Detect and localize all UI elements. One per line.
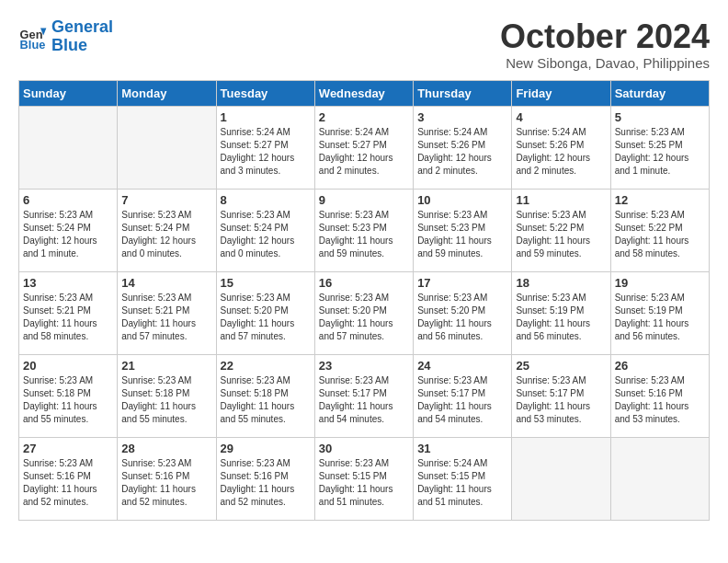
- day-number: 15: [221, 276, 311, 290]
- day-number: 20: [23, 359, 113, 373]
- month-title: October 2024: [500, 18, 710, 55]
- calendar-cell: 23 Sunrise: 5:23 AM Sunset: 5:17 PM Dayl…: [314, 354, 413, 437]
- day-number: 16: [319, 276, 409, 290]
- day-info: Sunrise: 5:24 AM Sunset: 5:26 PM Dayligh…: [516, 126, 606, 178]
- day-info: Sunrise: 5:24 AM Sunset: 5:27 PM Dayligh…: [319, 126, 409, 178]
- week-row-2: 6 Sunrise: 5:23 AM Sunset: 5:24 PM Dayli…: [19, 189, 710, 271]
- day-number: 29: [221, 442, 311, 455]
- day-info: Sunrise: 5:23 AM Sunset: 5:20 PM Dayligh…: [417, 292, 507, 343]
- day-info: Sunrise: 5:23 AM Sunset: 5:23 PM Dayligh…: [319, 209, 409, 260]
- calendar-table: SundayMondayTuesdayWednesdayThursdayFrid…: [18, 80, 710, 521]
- calendar-cell: 2 Sunrise: 5:24 AM Sunset: 5:27 PM Dayli…: [314, 106, 413, 189]
- day-info: Sunrise: 5:23 AM Sunset: 5:18 PM Dayligh…: [121, 374, 211, 426]
- calendar-cell: 10 Sunrise: 5:23 AM Sunset: 5:23 PM Dayl…: [414, 189, 512, 271]
- calendar-cell: 30 Sunrise: 5:23 AM Sunset: 5:15 PM Dayl…: [314, 437, 413, 520]
- calendar-cell: 9 Sunrise: 5:23 AM Sunset: 5:23 PM Dayli…: [314, 189, 413, 271]
- weekday-header-thursday: Thursday: [414, 80, 512, 106]
- calendar-cell: [610, 437, 709, 520]
- week-row-5: 27 Sunrise: 5:23 AM Sunset: 5:16 PM Dayl…: [19, 437, 710, 520]
- day-info: Sunrise: 5:23 AM Sunset: 5:16 PM Dayligh…: [221, 457, 311, 509]
- calendar-cell: 21 Sunrise: 5:23 AM Sunset: 5:18 PM Dayl…: [118, 354, 216, 437]
- weekday-header-monday: Monday: [118, 80, 216, 106]
- logo-text: GeneralBlue: [51, 18, 113, 55]
- calendar-cell: 31 Sunrise: 5:24 AM Sunset: 5:15 PM Dayl…: [414, 437, 512, 520]
- weekday-header-sunday: Sunday: [19, 80, 118, 106]
- day-info: Sunrise: 5:23 AM Sunset: 5:16 PM Dayligh…: [615, 374, 705, 426]
- calendar-cell: 11 Sunrise: 5:23 AM Sunset: 5:22 PM Dayl…: [512, 189, 610, 271]
- calendar-cell: 12 Sunrise: 5:23 AM Sunset: 5:22 PM Dayl…: [610, 189, 709, 271]
- day-info: Sunrise: 5:23 AM Sunset: 5:16 PM Dayligh…: [23, 457, 113, 509]
- calendar-cell: 6 Sunrise: 5:23 AM Sunset: 5:24 PM Dayli…: [19, 189, 118, 271]
- calendar-cell: 1 Sunrise: 5:24 AM Sunset: 5:27 PM Dayli…: [216, 106, 314, 189]
- day-number: 24: [417, 359, 507, 373]
- calendar-cell: [512, 437, 610, 520]
- week-row-3: 13 Sunrise: 5:23 AM Sunset: 5:21 PM Dayl…: [19, 271, 710, 354]
- calendar-cell: 17 Sunrise: 5:23 AM Sunset: 5:20 PM Dayl…: [414, 271, 512, 354]
- day-info: Sunrise: 5:23 AM Sunset: 5:17 PM Dayligh…: [417, 374, 507, 426]
- day-info: Sunrise: 5:23 AM Sunset: 5:22 PM Dayligh…: [516, 209, 606, 260]
- day-number: 17: [417, 276, 507, 290]
- day-number: 31: [417, 442, 507, 455]
- calendar-cell: 15 Sunrise: 5:23 AM Sunset: 5:20 PM Dayl…: [216, 271, 314, 354]
- calendar-cell: 7 Sunrise: 5:23 AM Sunset: 5:24 PM Dayli…: [118, 189, 216, 271]
- calendar-cell: 5 Sunrise: 5:23 AM Sunset: 5:25 PM Dayli…: [610, 106, 709, 189]
- calendar-cell: 13 Sunrise: 5:23 AM Sunset: 5:21 PM Dayl…: [19, 271, 118, 354]
- calendar-cell: 26 Sunrise: 5:23 AM Sunset: 5:16 PM Dayl…: [610, 354, 709, 437]
- day-number: 26: [615, 359, 705, 373]
- weekday-header-row: SundayMondayTuesdayWednesdayThursdayFrid…: [19, 80, 710, 106]
- day-info: Sunrise: 5:23 AM Sunset: 5:21 PM Dayligh…: [121, 292, 211, 343]
- day-number: 2: [319, 110, 409, 124]
- calendar-cell: 29 Sunrise: 5:23 AM Sunset: 5:16 PM Dayl…: [216, 437, 314, 520]
- day-info: Sunrise: 5:23 AM Sunset: 5:20 PM Dayligh…: [319, 292, 409, 343]
- calendar-cell: 28 Sunrise: 5:23 AM Sunset: 5:16 PM Dayl…: [118, 437, 216, 520]
- day-number: 1: [221, 110, 311, 124]
- day-info: Sunrise: 5:23 AM Sunset: 5:21 PM Dayligh…: [23, 292, 113, 343]
- day-number: 21: [121, 359, 211, 373]
- day-number: 22: [221, 359, 311, 373]
- day-info: Sunrise: 5:23 AM Sunset: 5:24 PM Dayligh…: [121, 209, 211, 260]
- calendar-cell: [118, 106, 216, 189]
- calendar-cell: 16 Sunrise: 5:23 AM Sunset: 5:20 PM Dayl…: [314, 271, 413, 354]
- day-number: 13: [23, 276, 113, 290]
- day-number: 3: [417, 110, 507, 124]
- day-number: 25: [516, 359, 606, 373]
- day-info: Sunrise: 5:23 AM Sunset: 5:22 PM Dayligh…: [615, 209, 705, 260]
- day-number: 4: [516, 110, 606, 124]
- calendar-cell: 14 Sunrise: 5:23 AM Sunset: 5:21 PM Dayl…: [118, 271, 216, 354]
- day-info: Sunrise: 5:23 AM Sunset: 5:25 PM Dayligh…: [615, 126, 705, 178]
- title-block: October 2024 New Sibonga, Davao, Philipp…: [500, 18, 710, 71]
- weekday-header-friday: Friday: [512, 80, 610, 106]
- day-info: Sunrise: 5:23 AM Sunset: 5:18 PM Dayligh…: [221, 374, 311, 426]
- day-info: Sunrise: 5:23 AM Sunset: 5:20 PM Dayligh…: [221, 292, 311, 343]
- svg-text:Blue: Blue: [20, 38, 46, 52]
- day-number: 12: [615, 193, 705, 207]
- day-info: Sunrise: 5:24 AM Sunset: 5:15 PM Dayligh…: [417, 457, 507, 509]
- calendar-cell: 25 Sunrise: 5:23 AM Sunset: 5:17 PM Dayl…: [512, 354, 610, 437]
- calendar-cell: 27 Sunrise: 5:23 AM Sunset: 5:16 PM Dayl…: [19, 437, 118, 520]
- calendar-cell: 24 Sunrise: 5:23 AM Sunset: 5:17 PM Dayl…: [414, 354, 512, 437]
- day-info: Sunrise: 5:23 AM Sunset: 5:19 PM Dayligh…: [516, 292, 606, 343]
- day-info: Sunrise: 5:23 AM Sunset: 5:15 PM Dayligh…: [319, 457, 409, 509]
- day-info: Sunrise: 5:23 AM Sunset: 5:16 PM Dayligh…: [121, 457, 211, 509]
- day-number: 30: [319, 442, 409, 455]
- day-info: Sunrise: 5:23 AM Sunset: 5:24 PM Dayligh…: [221, 209, 311, 260]
- calendar-cell: [19, 106, 118, 189]
- day-number: 18: [516, 276, 606, 290]
- day-number: 7: [121, 193, 211, 207]
- day-number: 5: [615, 110, 705, 124]
- day-number: 28: [121, 442, 211, 455]
- week-row-4: 20 Sunrise: 5:23 AM Sunset: 5:18 PM Dayl…: [19, 354, 710, 437]
- calendar-cell: 4 Sunrise: 5:24 AM Sunset: 5:26 PM Dayli…: [512, 106, 610, 189]
- day-number: 8: [221, 193, 311, 207]
- day-info: Sunrise: 5:23 AM Sunset: 5:24 PM Dayligh…: [23, 209, 113, 260]
- day-info: Sunrise: 5:23 AM Sunset: 5:18 PM Dayligh…: [23, 374, 113, 426]
- day-number: 11: [516, 193, 606, 207]
- weekday-header-wednesday: Wednesday: [314, 80, 413, 106]
- day-number: 9: [319, 193, 409, 207]
- day-info: Sunrise: 5:23 AM Sunset: 5:17 PM Dayligh…: [319, 374, 409, 426]
- logo-icon: Gen Blue: [18, 22, 48, 52]
- calendar-cell: 3 Sunrise: 5:24 AM Sunset: 5:26 PM Dayli…: [414, 106, 512, 189]
- day-number: 14: [121, 276, 211, 290]
- page-header: Gen Blue GeneralBlue October 2024 New Si…: [18, 18, 710, 71]
- calendar-cell: 20 Sunrise: 5:23 AM Sunset: 5:18 PM Dayl…: [19, 354, 118, 437]
